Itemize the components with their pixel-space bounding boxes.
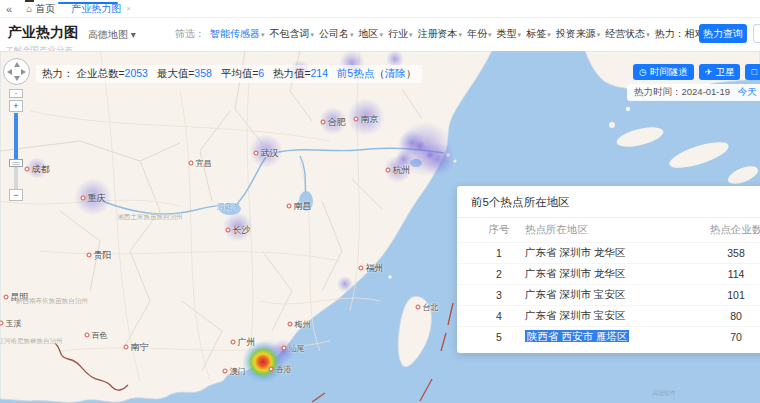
- rectangle-icon: □: [751, 67, 756, 77]
- selected-region-highlight: 陕西省 西安市 雁塔区: [525, 330, 629, 342]
- chevron-down-icon: ▾: [518, 31, 522, 38]
- filter-dropdown-9[interactable]: 经营状态▾: [605, 27, 650, 41]
- zoom-slider-track[interactable]: [14, 113, 18, 159]
- pan-down-icon[interactable]: [14, 76, 20, 81]
- col-count: 热点企业数: [695, 223, 760, 237]
- zoom-control: · + −: [9, 89, 23, 201]
- pan-left-icon[interactable]: [7, 69, 12, 75]
- pan-up-icon[interactable]: [14, 62, 20, 67]
- zoom-slider-handle[interactable]: [9, 159, 23, 167]
- filter-dropdown-2[interactable]: 地区▾: [359, 27, 384, 41]
- compass-control[interactable]: [3, 58, 30, 85]
- chevron-down-icon: ▾: [311, 31, 315, 38]
- pan-right-icon[interactable]: [21, 69, 26, 75]
- stats-prefix: 热力：: [42, 67, 74, 79]
- zoom-in-button[interactable]: +: [9, 100, 23, 112]
- stat-heat-value: 214: [311, 67, 329, 79]
- home-icon: ⌂: [26, 3, 32, 14]
- table-row[interactable]: 4 广东省 深圳市 宝安区 80: [457, 305, 760, 326]
- zoom-slider-track-lower[interactable]: [14, 167, 18, 189]
- sidebar-collapse-icon[interactable]: «: [6, 3, 12, 15]
- chevron-down-icon: ▾: [350, 31, 354, 38]
- stat-avg-value: 6: [258, 67, 264, 79]
- col-no: 序号: [473, 223, 525, 237]
- zoom-reset-button[interactable]: ·: [9, 89, 23, 98]
- top5-hotspots-link[interactable]: 前5热点: [337, 67, 374, 79]
- stat-total-label: 企业总数=: [76, 67, 124, 79]
- tab-home-label: 首页: [35, 2, 55, 16]
- map-tools: ◷ 时间隧道 ✈ 卫星 □ 矩形 ○ 圆形: [633, 64, 760, 80]
- stat-heat-label: 热力值=: [273, 67, 311, 79]
- table-row[interactable]: 1 广东省 深圳市 龙华区 358: [457, 242, 760, 263]
- toolbar: 产业热力图 高德地图 ▾ 了解全国产业分布 筛选： 智能传感器▾ 不包含词▾公司…: [0, 18, 760, 51]
- heat-time-value: 热力时间：2024-01-19: [634, 86, 730, 97]
- heat-time-chip: 热力时间：2024-01-19 今天: [627, 84, 760, 101]
- active-tab-indicator: [58, 2, 118, 4]
- zoom-out-button[interactable]: −: [9, 189, 23, 201]
- chevron-down-icon: ▾: [459, 31, 463, 38]
- chevron-down-icon: ▾: [597, 31, 601, 38]
- filter-dropdown-6[interactable]: 类型▾: [497, 27, 522, 41]
- filter-dropdown-1[interactable]: 公司名▾: [319, 27, 354, 41]
- hotspot-shenzhen: [242, 341, 284, 383]
- map-canvas[interactable]: 成都重庆贵阳昆明玉溪百色南宁广州澳门香港汕尾梅州武汉宜昌长沙南昌合肥南京杭州福州…: [0, 51, 760, 403]
- hotspot-table: 序号 热点所在地区 热点企业数 1 广东省 深圳市 龙华区 358 2 广东省 …: [457, 218, 760, 353]
- chevron-down-icon: ▾: [488, 31, 492, 38]
- window-dash: [25, 0, 34, 2]
- table-header-row: 序号 热点所在地区 热点企业数: [457, 218, 760, 242]
- filter-dropdown-4[interactable]: 注册资本▾: [418, 27, 463, 41]
- chevron-down-icon: ▾: [380, 31, 384, 38]
- tab-home[interactable]: ⌂ 首页: [18, 0, 63, 17]
- heat-query-button[interactable]: 热力查询: [699, 24, 747, 43]
- page-title: 产业热力图: [8, 24, 78, 42]
- filter-dropdown-0[interactable]: 不包含词▾: [270, 27, 315, 41]
- filter-row: 筛选： 智能传感器▾ 不包含词▾公司名▾地区▾行业▾注册资本▾年份▾类型▾标签▾…: [175, 27, 739, 41]
- filter-keyword[interactable]: 智能传感器▾: [210, 27, 265, 41]
- chevron-down-icon: ▾: [646, 31, 650, 38]
- filter-dropdown-7[interactable]: 标签▾: [526, 27, 551, 41]
- map-provider-select[interactable]: 高德地图 ▾: [88, 28, 136, 42]
- satellite-icon: ✈: [705, 67, 713, 77]
- chevron-down-icon: ▾: [547, 31, 551, 38]
- map-attribution: 高德软件: [652, 389, 676, 398]
- chevron-down-icon: ▾: [261, 31, 265, 38]
- satellite-button[interactable]: ✈ 卫星: [699, 64, 741, 80]
- table-row-selected[interactable]: 5 陕西省 西安市 雁塔区 70: [457, 326, 760, 347]
- filter-label: 筛选：: [175, 27, 205, 41]
- heat-stats-bar: 热力： 企业总数=2053 最大值=358 平均值=6 热力值=214 前5热点…: [36, 65, 422, 83]
- tab-bar: « ⌂ 首页 产业热力图 ×: [0, 0, 760, 18]
- chevron-down-icon: ▾: [131, 29, 136, 40]
- top5-panel: 前5个热点所在地区 序号 热点所在地区 热点企业数 1 广东省 深圳市 龙华区 …: [457, 186, 760, 353]
- stat-max-label: 最大值=: [157, 67, 195, 79]
- clear-link[interactable]: 清除: [385, 67, 406, 79]
- table-row[interactable]: 2 广东省 深圳市 龙华区 114: [457, 263, 760, 284]
- chevron-down-icon: ▾: [409, 31, 413, 38]
- stat-total-value: 2053: [125, 67, 148, 79]
- filter-dropdown-8[interactable]: 投资来源▾: [556, 27, 601, 41]
- stat-max-value: 358: [194, 67, 212, 79]
- time-tunnel-button[interactable]: ◷ 时间隧道: [633, 64, 694, 80]
- filter-dropdown-5[interactable]: 年份▾: [467, 27, 492, 41]
- col-region: 热点所在地区: [525, 223, 695, 237]
- filter-dropdown-3[interactable]: 行业▾: [388, 27, 413, 41]
- edge-cutoff-button[interactable]: [753, 24, 760, 43]
- today-link[interactable]: 今天: [738, 86, 757, 97]
- table-row[interactable]: 3 广东省 深圳市 宝安区 101: [457, 284, 760, 305]
- rectangle-button[interactable]: □ 矩形: [745, 64, 760, 80]
- panel-title: 前5个热点所在地区: [457, 186, 760, 218]
- tab-close-icon[interactable]: ×: [126, 4, 131, 13]
- stat-avg-label: 平均值=: [221, 67, 259, 79]
- clock-icon: ◷: [639, 67, 647, 77]
